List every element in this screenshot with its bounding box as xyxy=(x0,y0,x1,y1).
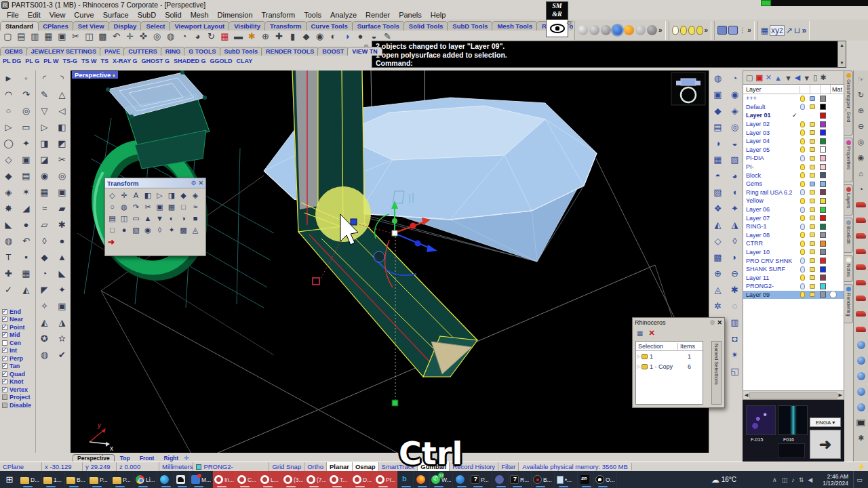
layer-visibility-bulb-icon[interactable] xyxy=(800,104,805,110)
named-selection-row[interactable]: ▷ 1 - Copy 6 xyxy=(636,361,703,371)
layer-name[interactable]: Layer 01 xyxy=(743,112,792,119)
wireframe-icon[interactable] xyxy=(578,25,588,35)
expand-icon[interactable]: ▷ xyxy=(636,364,642,369)
transform-tool-icon[interactable]: ▤ xyxy=(106,213,118,224)
layer-visibility-bulb-icon[interactable] xyxy=(800,155,805,161)
tool-icon[interactable]: ◁ xyxy=(54,103,71,119)
taskbar-item[interactable]: T... xyxy=(328,471,351,488)
tool-icon[interactable]: ▤ xyxy=(709,119,726,136)
layer-lock-icon[interactable] xyxy=(810,258,815,263)
taskbar-item[interactable] xyxy=(174,471,190,488)
toolbar-icon[interactable]: ▩ xyxy=(97,31,108,43)
delete-icon[interactable]: ✕ xyxy=(648,329,654,338)
side-panel-tab[interactable]: BoxEdit xyxy=(844,218,853,253)
tool-icon[interactable]: ✧ xyxy=(36,298,53,314)
layer-lock-icon[interactable] xyxy=(810,224,815,229)
tool-icon[interactable]: ✱ xyxy=(54,217,71,233)
menu-item[interactable]: File xyxy=(3,11,23,19)
layer-row[interactable]: Layer 01 ✓ xyxy=(743,111,844,120)
layer-material-indicator[interactable] xyxy=(829,214,837,222)
osnap-checkbox[interactable] xyxy=(2,387,7,392)
gear-icon[interactable]: ⚙ xyxy=(566,20,572,26)
panel-icon[interactable] xyxy=(728,26,738,35)
transform-tool-icon[interactable]: ✛ xyxy=(119,190,130,201)
menu-item[interactable]: Transform xyxy=(258,11,300,19)
tool-icon[interactable]: ◆ xyxy=(0,168,17,184)
osnap-checkbox[interactable] xyxy=(2,371,7,377)
tool-icon[interactable]: ✎ xyxy=(36,87,53,103)
tool-icon[interactable]: ◈ xyxy=(0,184,17,201)
tool-icon[interactable]: ◎ xyxy=(854,134,868,150)
view-preset-button[interactable]: X-RAY G xyxy=(113,58,138,64)
layer-material-indicator[interactable] xyxy=(829,180,837,188)
layer-material-indicator[interactable] xyxy=(829,274,837,281)
layer-lock-icon[interactable] xyxy=(810,104,815,109)
layer-lock-icon[interactable] xyxy=(810,190,815,195)
tool-icon[interactable] xyxy=(854,197,868,212)
view-preset-button[interactable]: GGOLD xyxy=(210,58,233,64)
menu-item[interactable]: View xyxy=(45,11,70,19)
toolbar-tab[interactable]: Surface Tools xyxy=(352,21,405,30)
side-panel-tab[interactable]: Rendering xyxy=(844,284,853,323)
transform-tool-icon[interactable]: □ xyxy=(106,224,118,236)
taskbar-item[interactable]: Li... xyxy=(134,471,157,488)
layer-name[interactable]: Layer 07 xyxy=(743,215,792,222)
tool-icon[interactable]: ◎ xyxy=(726,119,743,136)
more-icon[interactable]: » xyxy=(802,26,806,35)
taskbar-item[interactable]: D... xyxy=(19,471,42,488)
tool-icon[interactable]: ❖ xyxy=(709,201,726,217)
transform-tool-icon[interactable]: ◐ xyxy=(166,213,178,224)
layer-material-indicator[interactable] xyxy=(829,121,837,128)
layer-lock-icon[interactable] xyxy=(810,147,815,152)
layer-lock-icon[interactable] xyxy=(810,241,815,246)
command-history[interactable]: 2 objects changed to layer "Layer 09". 1… xyxy=(372,41,846,68)
osnap-checkbox[interactable] xyxy=(2,379,7,384)
taskbar-item[interactable]: W... 12 xyxy=(430,471,453,488)
new-viewport-tab-icon[interactable]: ✛ xyxy=(184,455,189,462)
tool-icon[interactable]: ◎ xyxy=(18,103,35,119)
tool-icon[interactable]: ✸ xyxy=(0,201,17,217)
tool-icon[interactable]: ◠ xyxy=(0,87,17,103)
transform-tool-icon[interactable]: ▲ xyxy=(142,213,154,224)
taskbar-item[interactable]: L... xyxy=(259,471,282,488)
menu-item[interactable]: Panels xyxy=(395,11,426,19)
transform-tool-icon[interactable]: A xyxy=(130,190,142,201)
layer-color-swatch[interactable] xyxy=(820,291,826,298)
jewelry-tab[interactable]: GEMS xyxy=(0,47,28,56)
scrollbar-track[interactable] xyxy=(749,392,837,399)
side-panel-tab[interactable]: Layers xyxy=(844,184,853,216)
layer-name[interactable]: PI- xyxy=(743,163,792,170)
tool-icon[interactable]: ◊ xyxy=(36,233,53,249)
layer-tool-icon[interactable]: ▲ xyxy=(774,74,782,82)
transform-tool-icon[interactable]: ◊ xyxy=(154,224,165,236)
transform-tool-icon[interactable]: ● xyxy=(119,224,130,236)
layer-visibility-bulb-icon[interactable] xyxy=(800,172,805,178)
tool-icon[interactable]: ▩ xyxy=(709,249,726,266)
osnap-checkbox[interactable] xyxy=(2,332,7,338)
taskbar-item[interactable]: (7... xyxy=(305,471,328,488)
tool-icon[interactable]: T xyxy=(0,249,17,266)
taskbar-item[interactable]: B... xyxy=(532,471,555,488)
taskbar-clock[interactable]: 2:46 AM 1/12/2024 xyxy=(823,473,848,487)
command-scrollbar[interactable]: ▲ ▼ xyxy=(837,41,846,67)
view-preset-button[interactable]: SHADED G xyxy=(174,58,206,64)
layer-lock-icon[interactable] xyxy=(810,182,815,186)
active-layer-cell[interactable]: PRONG2- xyxy=(193,462,269,471)
jewelry-tab[interactable]: SubD Tools xyxy=(220,47,262,56)
layer-row[interactable]: PRO CRV SHNK ✓ xyxy=(743,256,844,265)
tool-icon[interactable]: ↷ xyxy=(18,87,35,103)
layer-color-swatch[interactable] xyxy=(820,121,826,127)
layer-name[interactable]: Gems xyxy=(743,180,792,187)
tool-icon[interactable]: ≈ xyxy=(36,201,53,217)
transform-tool-icon[interactable]: ▷ xyxy=(154,190,165,201)
raytraced-icon[interactable] xyxy=(624,25,634,35)
transform-popup-titlebar[interactable]: Transform ⚙ ✕ xyxy=(105,178,205,188)
toolbar-tab[interactable]: Viewport Layout xyxy=(169,21,230,30)
toolbar-icon[interactable]: ✚ xyxy=(273,31,285,43)
menu-item[interactable]: Solid xyxy=(161,11,185,19)
ghosted-icon[interactable] xyxy=(601,25,611,35)
layer-row[interactable]: CTRR ✓ xyxy=(743,239,844,248)
transform-tool-icon[interactable]: ▭ xyxy=(130,213,142,224)
view-preset-button[interactable]: PL G xyxy=(25,58,39,64)
popup-titlebar[interactable]: Rhinoceros ⚙ ✕ xyxy=(633,318,724,327)
